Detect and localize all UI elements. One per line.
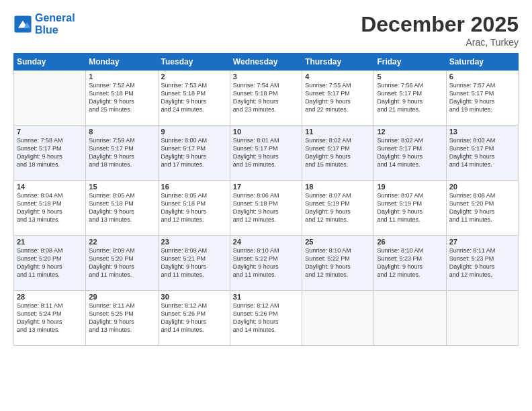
header-monday: Monday [86,54,158,71]
day-number: 16 [161,183,227,191]
day-info: Sunrise: 8:07 AMSunset: 5:19 PMDaylight:… [377,191,443,224]
table-row: 13Sunrise: 8:03 AMSunset: 5:17 PMDayligh… [446,126,518,181]
day-info: Sunrise: 8:12 AMSunset: 5:26 PMDaylight:… [161,302,227,334]
day-number: 5 [377,73,443,81]
day-number: 11 [305,128,371,136]
day-number: 31 [233,293,299,301]
calendar-week-row: 1Sunrise: 7:52 AMSunset: 5:18 PMDaylight… [14,71,519,126]
day-number: 9 [161,128,227,136]
day-info: Sunrise: 8:11 AMSunset: 5:24 PMDaylight:… [17,302,83,334]
location: Arac, Turkey [361,37,519,48]
table-row: 14Sunrise: 8:04 AMSunset: 5:18 PMDayligh… [14,181,86,236]
day-number: 20 [449,183,515,191]
day-number: 30 [161,293,227,301]
day-number: 4 [305,73,371,81]
day-info: Sunrise: 8:09 AMSunset: 5:21 PMDaylight:… [161,246,227,279]
day-info: Sunrise: 8:10 AMSunset: 5:23 PMDaylight:… [377,246,443,279]
table-row: 21Sunrise: 8:08 AMSunset: 5:20 PMDayligh… [14,236,86,291]
day-number: 3 [233,73,299,81]
day-info: Sunrise: 8:07 AMSunset: 5:19 PMDaylight:… [305,191,371,224]
table-row: 31Sunrise: 8:12 AMSunset: 5:26 PMDayligh… [230,291,302,346]
header: General Blue December 2025 Arac, Turkey [13,12,519,48]
table-row [374,291,446,346]
day-info: Sunrise: 8:09 AMSunset: 5:20 PMDaylight:… [89,246,154,279]
day-number: 27 [449,238,515,246]
table-row [14,71,86,126]
table-row [446,291,518,346]
calendar-week-row: 14Sunrise: 8:04 AMSunset: 5:18 PMDayligh… [14,181,519,236]
day-info: Sunrise: 8:11 AMSunset: 5:23 PMDaylight:… [449,246,515,279]
header-sunday: Sunday [14,54,86,71]
calendar-week-row: 21Sunrise: 8:08 AMSunset: 5:20 PMDayligh… [14,236,519,291]
table-row: 25Sunrise: 8:10 AMSunset: 5:22 PMDayligh… [302,236,374,291]
logo-line1: General [35,12,75,24]
day-number: 1 [89,73,154,81]
table-row: 23Sunrise: 8:09 AMSunset: 5:21 PMDayligh… [158,236,230,291]
table-row: 2Sunrise: 7:53 AMSunset: 5:18 PMDaylight… [158,71,230,126]
calendar-week-row: 7Sunrise: 7:58 AMSunset: 5:17 PMDaylight… [14,126,519,181]
calendar-header-row: Sunday Monday Tuesday Wednesday Thursday… [14,54,519,71]
table-row: 11Sunrise: 8:02 AMSunset: 5:17 PMDayligh… [302,126,374,181]
table-row: 3Sunrise: 7:54 AMSunset: 5:18 PMDaylight… [230,71,302,126]
day-info: Sunrise: 8:10 AMSunset: 5:22 PMDaylight:… [233,246,299,279]
day-number: 12 [377,128,443,136]
day-info: Sunrise: 7:53 AMSunset: 5:18 PMDaylight:… [161,81,227,114]
day-info: Sunrise: 8:08 AMSunset: 5:20 PMDaylight:… [17,246,83,279]
day-number: 26 [377,238,443,246]
day-number: 7 [17,128,83,136]
table-row: 19Sunrise: 8:07 AMSunset: 5:19 PMDayligh… [374,181,446,236]
table-row: 30Sunrise: 8:12 AMSunset: 5:26 PMDayligh… [158,291,230,346]
table-row: 5Sunrise: 7:56 AMSunset: 5:17 PMDaylight… [374,71,446,126]
day-info: Sunrise: 7:56 AMSunset: 5:17 PMDaylight:… [377,81,443,114]
day-number: 13 [449,128,515,136]
header-friday: Friday [374,54,446,71]
day-number: 10 [233,128,299,136]
day-info: Sunrise: 8:00 AMSunset: 5:17 PMDaylight:… [161,136,227,169]
table-row: 9Sunrise: 8:00 AMSunset: 5:17 PMDaylight… [158,126,230,181]
month-title: December 2025 [361,12,519,37]
header-saturday: Saturday [446,54,518,71]
day-number: 19 [377,183,443,191]
table-row: 7Sunrise: 7:58 AMSunset: 5:17 PMDaylight… [14,126,86,181]
calendar-table: Sunday Monday Tuesday Wednesday Thursday… [13,53,519,346]
day-info: Sunrise: 7:58 AMSunset: 5:17 PMDaylight:… [17,136,83,169]
day-number: 17 [233,183,299,191]
day-info: Sunrise: 7:55 AMSunset: 5:17 PMDaylight:… [305,81,371,114]
day-number: 29 [89,293,154,301]
table-row: 24Sunrise: 8:10 AMSunset: 5:22 PMDayligh… [230,236,302,291]
day-info: Sunrise: 8:01 AMSunset: 5:17 PMDaylight:… [233,136,299,169]
table-row: 20Sunrise: 8:08 AMSunset: 5:20 PMDayligh… [446,181,518,236]
day-info: Sunrise: 8:11 AMSunset: 5:25 PMDaylight:… [89,302,154,334]
table-row: 17Sunrise: 8:06 AMSunset: 5:18 PMDayligh… [230,181,302,236]
table-row: 18Sunrise: 8:07 AMSunset: 5:19 PMDayligh… [302,181,374,236]
table-row: 27Sunrise: 8:11 AMSunset: 5:23 PMDayligh… [446,236,518,291]
day-number: 23 [161,238,227,246]
table-row: 8Sunrise: 7:59 AMSunset: 5:17 PMDaylight… [86,126,158,181]
table-row: 26Sunrise: 8:10 AMSunset: 5:23 PMDayligh… [374,236,446,291]
table-row: 6Sunrise: 7:57 AMSunset: 5:17 PMDaylight… [446,71,518,126]
table-row: 16Sunrise: 8:05 AMSunset: 5:18 PMDayligh… [158,181,230,236]
table-row: 10Sunrise: 8:01 AMSunset: 5:17 PMDayligh… [230,126,302,181]
day-info: Sunrise: 8:03 AMSunset: 5:17 PMDaylight:… [449,136,515,169]
day-number: 21 [17,238,83,246]
title-block: December 2025 Arac, Turkey [361,12,519,48]
day-info: Sunrise: 7:54 AMSunset: 5:18 PMDaylight:… [233,81,299,114]
day-info: Sunrise: 8:12 AMSunset: 5:26 PMDaylight:… [233,302,299,334]
day-number: 8 [89,128,154,136]
day-number: 2 [161,73,227,81]
calendar-week-row: 28Sunrise: 8:11 AMSunset: 5:24 PMDayligh… [14,291,519,346]
day-number: 15 [89,183,154,191]
header-wednesday: Wednesday [230,54,302,71]
table-row: 4Sunrise: 7:55 AMSunset: 5:17 PMDaylight… [302,71,374,126]
table-row: 15Sunrise: 8:05 AMSunset: 5:18 PMDayligh… [86,181,158,236]
day-number: 24 [233,238,299,246]
logo-icon [13,15,32,34]
day-number: 25 [305,238,371,246]
day-info: Sunrise: 7:57 AMSunset: 5:17 PMDaylight:… [449,81,515,114]
table-row [302,291,374,346]
day-number: 18 [305,183,371,191]
day-info: Sunrise: 8:04 AMSunset: 5:18 PMDaylight:… [17,191,83,224]
day-number: 6 [449,73,515,81]
day-number: 28 [17,293,83,301]
table-row: 1Sunrise: 7:52 AMSunset: 5:18 PMDaylight… [86,71,158,126]
